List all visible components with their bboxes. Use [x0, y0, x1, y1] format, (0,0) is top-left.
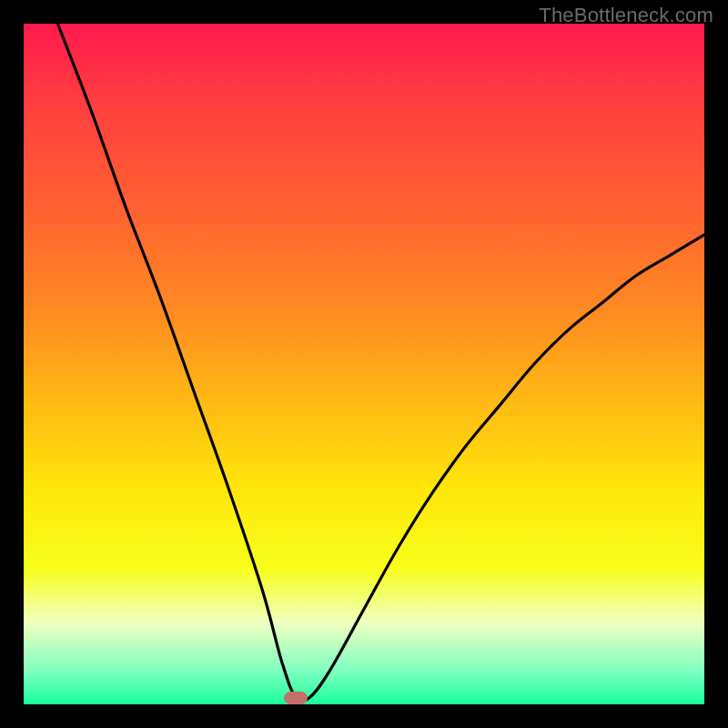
- optimal-point-marker: [284, 692, 308, 704]
- plot-area: [24, 24, 704, 704]
- curve-svg: [24, 24, 704, 704]
- chart-frame: TheBottleneck.com: [0, 0, 728, 728]
- bottleneck-curve-path: [57, 24, 704, 702]
